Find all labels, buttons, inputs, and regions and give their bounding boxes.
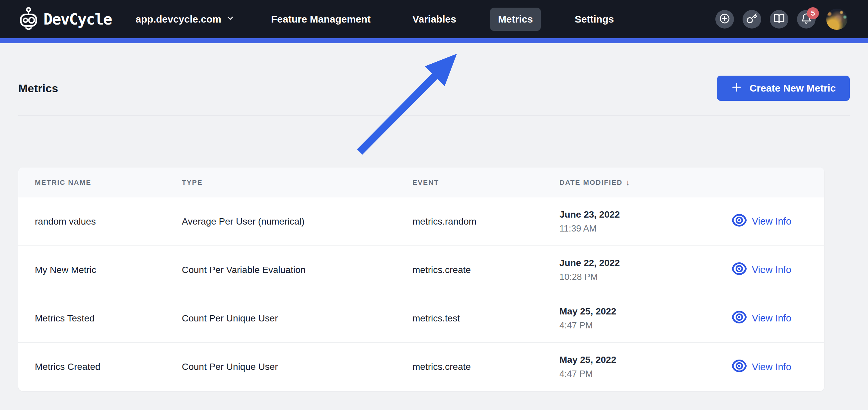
nav-link-metrics[interactable]: Metrics <box>490 8 541 31</box>
date-text: May 25, 2022 <box>559 355 732 365</box>
time-text: 4:47 PM <box>559 369 732 379</box>
add-button[interactable] <box>715 10 734 29</box>
table-row-metrics-created: Metrics CreatedCount Per Unique Usermetr… <box>18 343 824 391</box>
brand-logo[interactable]: DevCycle <box>18 7 112 32</box>
date-modified-cell: May 25, 20224:47 PM <box>559 306 732 331</box>
nav-links: Feature ManagementVariablesMetricsSettin… <box>263 8 622 31</box>
table-row-random-values: random valuesAverage Per User (numerical… <box>18 197 824 246</box>
view-info-link[interactable]: View Info <box>732 310 792 327</box>
column-header-date-modified[interactable]: Date Modified↓ <box>559 178 732 187</box>
view-info-label: View Info <box>752 361 792 373</box>
time-text: 10:28 PM <box>559 272 732 282</box>
book-open-icon <box>773 13 785 26</box>
view-info-link[interactable]: View Info <box>732 261 792 279</box>
time-text: 11:39 AM <box>559 224 732 234</box>
metric-event-cell: metrics.create <box>412 265 559 275</box>
eye-icon <box>732 213 747 230</box>
time-text: 4:47 PM <box>559 320 732 331</box>
view-info-label: View Info <box>752 313 792 324</box>
metric-name-cell: Metrics Tested <box>35 313 182 324</box>
column-header-label: Date Modified <box>559 179 622 186</box>
column-header-event[interactable]: Event <box>412 179 559 186</box>
avatar[interactable] <box>826 9 847 30</box>
view-info-link[interactable]: View Info <box>732 358 792 376</box>
top-navbar: DevCycle app.devcycle.com Feature Manage… <box>0 0 868 38</box>
org-selector[interactable]: app.devcycle.com <box>136 13 235 25</box>
view-info-label: View Info <box>752 264 792 275</box>
notifications-button[interactable]: 5 <box>797 10 815 29</box>
column-header-label: Event <box>412 179 439 186</box>
table-body: random valuesAverage Per User (numerical… <box>18 197 824 391</box>
date-modified-cell: June 22, 202210:28 PM <box>559 258 732 282</box>
key-icon <box>746 13 757 26</box>
eye-icon <box>732 310 747 327</box>
column-header-metric-name[interactable]: Metric Name <box>35 179 182 186</box>
notification-badge: 5 <box>807 7 819 19</box>
eye-icon <box>732 261 747 279</box>
metric-name-cell: Metrics Created <box>35 361 182 372</box>
metric-type-cell: Count Per Variable Evaluation <box>182 265 412 275</box>
date-text: June 23, 2022 <box>559 209 732 220</box>
date-modified-cell: June 23, 202211:39 AM <box>559 209 732 234</box>
page-title: Metrics <box>18 82 58 95</box>
column-header-label: Type <box>182 179 203 186</box>
metric-type-cell: Average Per User (numerical) <box>182 216 412 227</box>
view-info-label: View Info <box>752 216 792 227</box>
chevron-down-icon <box>226 13 235 25</box>
metric-event-cell: metrics.test <box>412 313 559 324</box>
date-text: June 22, 2022 <box>559 258 732 269</box>
date-modified-cell: May 25, 20224:47 PM <box>559 355 732 379</box>
metric-event-cell: metrics.create <box>412 361 559 372</box>
metric-type-cell: Count Per Unique User <box>182 313 412 324</box>
header-divider <box>18 116 850 116</box>
devcycle-robot-icon <box>18 7 39 32</box>
org-selector-label: app.devcycle.com <box>136 13 221 25</box>
create-new-metric-button[interactable]: Create New Metric <box>717 75 850 101</box>
metric-event-cell: metrics.random <box>412 216 559 227</box>
page-header: Metrics Create New Metric <box>18 75 850 101</box>
api-keys-button[interactable] <box>743 10 761 29</box>
date-text: May 25, 2022 <box>559 306 732 317</box>
eye-icon <box>732 358 747 376</box>
brand-name: DevCycle <box>43 10 112 28</box>
table-row-my-new-metric: My New MetricCount Per Variable Evaluati… <box>18 246 824 294</box>
view-info-link[interactable]: View Info <box>732 213 792 230</box>
main-content: Metrics Create New Metric Metric NameTyp… <box>0 75 868 391</box>
nav-link-feature-management[interactable]: Feature Management <box>263 8 379 31</box>
navbar-actions: 5 <box>715 9 847 30</box>
plus-circle-icon <box>719 13 730 26</box>
metric-type-cell: Count Per Unique User <box>182 361 412 372</box>
metrics-table: Metric NameTypeEventDate Modified↓ rando… <box>18 167 824 391</box>
metric-name-cell: My New Metric <box>35 265 182 275</box>
column-header-label: Metric Name <box>35 179 91 186</box>
plus-icon <box>731 82 742 95</box>
table-header-row: Metric NameTypeEventDate Modified↓ <box>18 167 824 197</box>
metric-name-cell: random values <box>35 216 182 227</box>
sort-descending-icon: ↓ <box>626 178 630 187</box>
table-row-metrics-tested: Metrics TestedCount Per Unique Usermetri… <box>18 294 824 343</box>
nav-link-variables[interactable]: Variables <box>404 8 464 31</box>
column-header-type[interactable]: Type <box>182 179 412 186</box>
docs-button[interactable] <box>770 10 788 29</box>
accent-strip <box>0 38 868 43</box>
create-new-metric-label: Create New Metric <box>749 83 836 94</box>
nav-link-settings[interactable]: Settings <box>567 8 622 31</box>
